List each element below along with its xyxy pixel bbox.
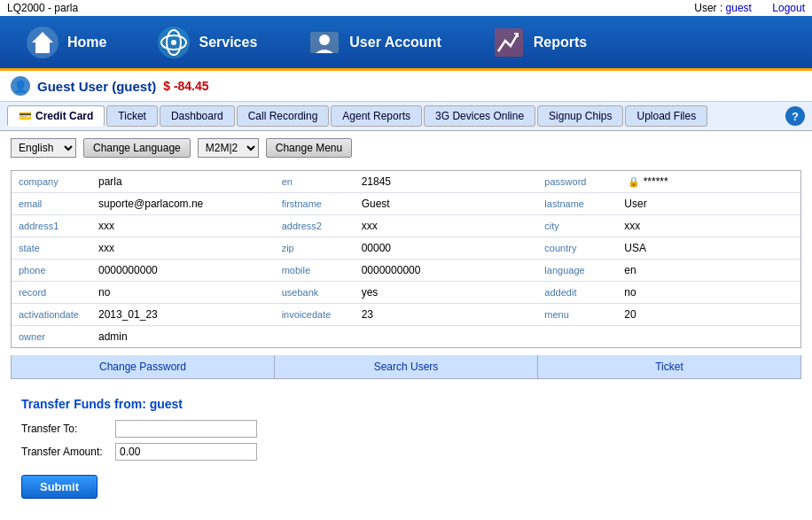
detail-cell: language en bbox=[537, 260, 800, 281]
nav-home[interactable]: Home bbox=[0, 16, 131, 68]
transfer-amount-label: Transfer Amount: bbox=[21, 446, 110, 458]
detail-cell: state xxx bbox=[12, 237, 275, 259]
detail-cell: phone 0000000000 bbox=[12, 260, 275, 281]
logout-link[interactable]: Logout bbox=[772, 2, 805, 14]
detail-row: state xxx zip 00000 country USA bbox=[12, 237, 800, 260]
detail-cell: country USA bbox=[537, 237, 800, 259]
nav-bar: Home Services User Account bbox=[0, 16, 812, 71]
tab-ticket[interactable]: Ticket bbox=[106, 105, 158, 127]
ticket-button[interactable]: Ticket bbox=[538, 355, 800, 378]
services-icon bbox=[156, 25, 191, 60]
submit-button[interactable]: Submit bbox=[21, 475, 98, 499]
detail-cell: address2 xxx bbox=[275, 215, 538, 237]
detail-cell: lastname User bbox=[537, 193, 800, 214]
transfer-section: Transfer Funds from: guest Transfer To: … bbox=[11, 390, 801, 506]
detail-cell: record no bbox=[12, 282, 275, 303]
balance-display: $ -84.45 bbox=[163, 79, 208, 93]
detail-cell: city xxx bbox=[537, 215, 800, 237]
detail-cell: company parla bbox=[12, 171, 275, 192]
transfer-amount-input[interactable] bbox=[115, 443, 257, 461]
svg-rect-8 bbox=[495, 28, 523, 57]
detail-row: record no usebank yes addedit no bbox=[12, 282, 800, 304]
username-link[interactable]: guest bbox=[726, 2, 752, 14]
detail-cell: addedit no bbox=[537, 282, 800, 303]
tab-credit-card[interactable]: 💳 Credit Card bbox=[7, 105, 105, 127]
detail-cell: invoicedate 23 bbox=[275, 304, 538, 325]
svg-point-5 bbox=[171, 40, 176, 45]
detail-cell: mobile 0000000000 bbox=[275, 260, 538, 281]
change-language-button[interactable]: Change Language bbox=[83, 138, 191, 158]
details-section: company parla en 21845 password 🔒 ******… bbox=[11, 170, 801, 348]
user-info: User : guest Logout bbox=[694, 2, 805, 14]
change-menu-button[interactable]: Change Menu bbox=[266, 138, 352, 158]
help-button[interactable]: ? bbox=[785, 106, 805, 126]
detail-cell: owner admin bbox=[12, 326, 275, 347]
detail-cell: menu 20 bbox=[537, 304, 800, 325]
detail-cell: password 🔒 ****** bbox=[537, 171, 800, 192]
change-password-button[interactable]: Change Password bbox=[12, 355, 275, 378]
user-account-icon bbox=[307, 25, 342, 60]
detail-cell: zip 00000 bbox=[275, 237, 538, 259]
lock-icon: 🔒 bbox=[628, 176, 640, 188]
language-select[interactable]: English Spanish French bbox=[11, 138, 76, 158]
tab-upload-files[interactable]: Upload Files bbox=[625, 105, 707, 127]
nav-user-account[interactable]: User Account bbox=[282, 16, 465, 68]
transfer-to-input[interactable] bbox=[115, 420, 257, 438]
tab-bar: 💳 Credit Card Ticket Dashboard Call Reco… bbox=[0, 102, 812, 131]
transfer-to-field: Transfer To: bbox=[21, 420, 791, 438]
detail-cell: firstname Guest bbox=[275, 193, 538, 214]
nav-reports-label: Reports bbox=[534, 35, 587, 50]
nav-user-account-label: User Account bbox=[349, 35, 441, 50]
svg-point-7 bbox=[319, 35, 330, 45]
nav-reports[interactable]: Reports bbox=[466, 16, 612, 68]
detail-cell bbox=[537, 326, 800, 347]
detail-cell: address1 xxx bbox=[12, 215, 275, 237]
tab-signup-chips[interactable]: Signup Chips bbox=[537, 105, 623, 127]
tab-call-recording[interactable]: Call Recording bbox=[237, 105, 330, 127]
app-title: LQ2000 - parla bbox=[7, 2, 78, 14]
user-avatar-icon: 👤 bbox=[11, 76, 30, 96]
title-bar: LQ2000 - parla User : guest Logout bbox=[0, 0, 812, 16]
detail-row: activationdate 2013_01_23 invoicedate 23… bbox=[12, 304, 800, 326]
detail-cell: email suporte@parlacom.ne bbox=[12, 193, 275, 214]
home-icon bbox=[25, 25, 60, 60]
detail-row: email suporte@parlacom.ne firstname Gues… bbox=[12, 193, 800, 215]
detail-row: owner admin bbox=[12, 326, 800, 347]
reports-icon bbox=[491, 25, 527, 60]
credit-card-icon: 💳 bbox=[19, 110, 32, 122]
menu-select[interactable]: M2M|2 M2M|1 Default bbox=[198, 138, 259, 158]
detail-row: company parla en 21845 password 🔒 ****** bbox=[12, 171, 800, 193]
transfer-title: Transfer Funds from: guest bbox=[21, 397, 791, 411]
main-content: company parla en 21845 password 🔒 ******… bbox=[0, 165, 812, 511]
detail-row: address1 xxx address2 xxx city xxx bbox=[12, 215, 800, 237]
detail-cell: activationdate 2013_01_23 bbox=[12, 304, 275, 325]
controls-bar: English Spanish French Change Language M… bbox=[0, 131, 812, 165]
tab-agent-reports[interactable]: Agent Reports bbox=[331, 105, 422, 127]
nav-services-label: Services bbox=[199, 35, 257, 50]
action-row: Change Password Search Users Ticket bbox=[11, 355, 801, 379]
detail-cell: en 21845 bbox=[275, 171, 538, 192]
nav-services[interactable]: Services bbox=[131, 16, 282, 68]
tab-3g-devices[interactable]: 3G Devices Online bbox=[424, 105, 535, 127]
tab-dashboard[interactable]: Dashboard bbox=[160, 105, 235, 127]
detail-cell bbox=[275, 326, 538, 347]
transfer-amount-field: Transfer Amount: bbox=[21, 443, 791, 461]
detail-cell: usebank yes bbox=[275, 282, 538, 303]
detail-row: phone 0000000000 mobile 0000000000 langu… bbox=[12, 260, 800, 282]
search-users-button[interactable]: Search Users bbox=[275, 355, 538, 378]
display-name: Guest User (guest) bbox=[37, 79, 156, 94]
user-bar: 👤 Guest User (guest) $ -84.45 bbox=[0, 71, 812, 102]
transfer-to-label: Transfer To: bbox=[21, 423, 110, 435]
nav-home-label: Home bbox=[67, 35, 106, 50]
